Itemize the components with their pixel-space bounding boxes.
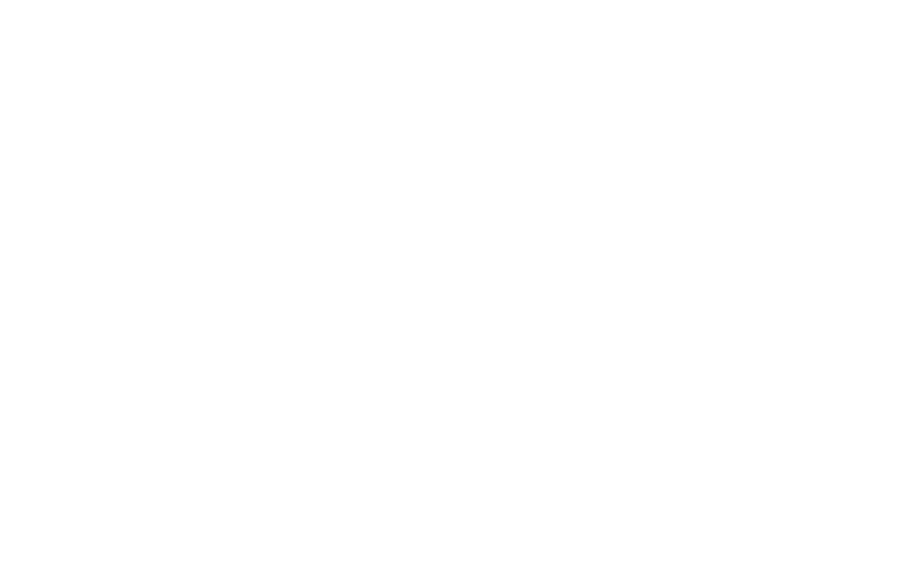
- org-chart: [0, 0, 924, 567]
- connector-lines: [0, 0, 924, 567]
